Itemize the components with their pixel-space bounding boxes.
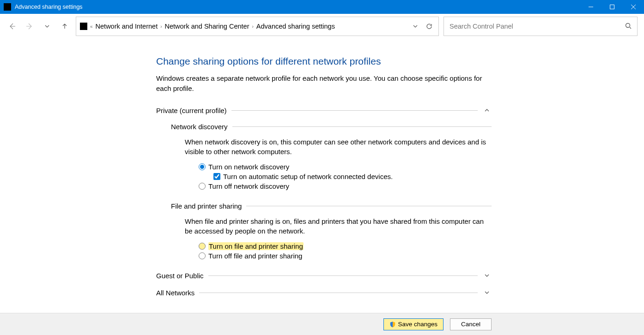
back-button[interactable] xyxy=(6,20,18,33)
window-title: Advanced sharing settings xyxy=(15,4,580,10)
divider xyxy=(246,206,492,206)
file-printer-desc: When file and printer sharing is on, fil… xyxy=(185,216,490,236)
radio-nd-off[interactable]: Turn off network discovery xyxy=(199,182,492,190)
subsection-network-discovery: Network discovery xyxy=(171,123,492,131)
checkbox-label: Turn on automatic setup of network conne… xyxy=(223,173,393,180)
radio-label: Turn off network discovery xyxy=(208,182,289,190)
radio-input[interactable] xyxy=(199,252,206,259)
checkbox-auto-setup[interactable]: Turn on automatic setup of network conne… xyxy=(213,173,492,180)
refresh-button[interactable] xyxy=(424,21,435,32)
address-dropdown[interactable] xyxy=(410,21,421,32)
radio-input[interactable] xyxy=(199,183,206,190)
breadcrumb-item[interactable]: Network and Internet xyxy=(96,23,158,30)
chevron-right-icon[interactable]: › xyxy=(252,24,253,29)
network-discovery-options: Turn on network discovery Turn on automa… xyxy=(199,163,492,190)
search-box[interactable] xyxy=(444,17,638,36)
search-icon[interactable] xyxy=(625,23,632,30)
address-bar[interactable]: « Network and Internet › Network and Sha… xyxy=(76,17,439,36)
toolbar: « Network and Internet › Network and Sha… xyxy=(0,14,644,39)
location-icon xyxy=(80,23,87,30)
svg-rect-1 xyxy=(610,5,614,9)
subsection-file-printer: File and printer sharing xyxy=(171,202,492,210)
section-label: Guest or Public xyxy=(156,272,204,280)
title-bar: Advanced sharing settings xyxy=(0,0,644,14)
radio-nd-on[interactable]: Turn on network discovery xyxy=(199,163,492,171)
save-changes-button[interactable]: Save changes xyxy=(383,318,444,330)
search-input[interactable] xyxy=(450,23,621,30)
breadcrumb-item[interactable]: Advanced sharing settings xyxy=(256,23,335,30)
content-area: Change sharing options for different net… xyxy=(0,39,644,313)
file-printer-options: Turn on file and printer sharing Turn of… xyxy=(199,242,492,260)
chevron-right-icon[interactable]: › xyxy=(160,24,162,29)
breadcrumb-item[interactable]: Network and Sharing Center xyxy=(165,23,249,30)
breadcrumb: Network and Internet › Network and Shari… xyxy=(96,23,407,30)
divider xyxy=(232,126,492,127)
radio-fp-off[interactable]: Turn off file and printer sharing xyxy=(199,252,492,260)
app-icon xyxy=(4,3,11,11)
maximize-button[interactable] xyxy=(601,0,623,14)
checkbox-input[interactable] xyxy=(213,173,220,180)
radio-label: Turn on network discovery xyxy=(208,163,289,171)
svg-point-4 xyxy=(626,23,630,27)
shield-icon xyxy=(389,321,396,328)
up-button[interactable] xyxy=(58,20,71,33)
page-heading: Change sharing options for different net… xyxy=(156,56,492,67)
chevron-left-icon[interactable]: « xyxy=(90,24,93,29)
network-discovery-desc: When network discovery is on, this compu… xyxy=(185,137,490,156)
page-intro: Windows creates a separate network profi… xyxy=(156,73,489,94)
cancel-button[interactable]: Cancel xyxy=(450,318,492,330)
forward-button[interactable] xyxy=(23,20,36,33)
divider xyxy=(208,275,478,276)
subsection-label: Network discovery xyxy=(171,123,228,131)
section-guest[interactable]: Guest or Public xyxy=(156,272,492,280)
radio-fp-on[interactable]: Turn on file and printer sharing xyxy=(199,242,492,250)
window-controls xyxy=(580,0,644,14)
button-label: Cancel xyxy=(461,321,480,328)
divider xyxy=(199,293,478,293)
radio-label: Turn off file and printer sharing xyxy=(208,252,302,260)
section-private[interactable]: Private (current profile) xyxy=(156,107,492,114)
radio-input-highlighted[interactable] xyxy=(199,243,206,250)
radio-input[interactable] xyxy=(199,163,206,170)
section-label: All Networks xyxy=(156,289,194,297)
radio-label: Turn on file and printer sharing xyxy=(208,242,304,250)
chevron-down-icon[interactable] xyxy=(482,289,492,297)
section-all-networks[interactable]: All Networks xyxy=(156,289,492,297)
svg-line-5 xyxy=(630,27,631,29)
divider xyxy=(231,110,478,111)
close-button[interactable] xyxy=(623,0,644,14)
recent-dropdown[interactable] xyxy=(41,20,54,33)
section-label: Private (current profile) xyxy=(156,107,227,114)
subsection-label: File and printer sharing xyxy=(171,202,242,210)
chevron-down-icon[interactable] xyxy=(482,272,492,280)
button-label: Save changes xyxy=(398,321,437,328)
minimize-button[interactable] xyxy=(580,0,601,14)
button-bar: Save changes Cancel xyxy=(0,313,644,335)
chevron-up-icon[interactable] xyxy=(482,107,492,114)
